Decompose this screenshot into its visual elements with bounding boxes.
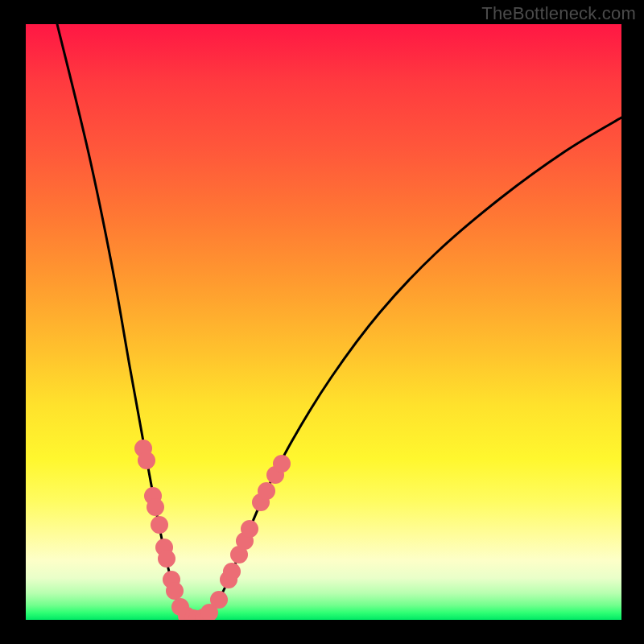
marker-dot bbox=[273, 455, 291, 473]
plot-area bbox=[26, 24, 621, 620]
marker-dot bbox=[241, 520, 258, 538]
curve-left bbox=[57, 24, 197, 620]
chart-frame: TheBottleneck.com bbox=[0, 0, 644, 644]
marker-dot bbox=[210, 591, 228, 609]
marker-dot bbox=[223, 563, 241, 580]
marker-dot bbox=[147, 498, 164, 516]
marker-group bbox=[134, 440, 291, 620]
marker-dot bbox=[151, 516, 168, 534]
marker-dot bbox=[258, 482, 275, 500]
marker-dot bbox=[158, 550, 175, 568]
curve-right bbox=[197, 118, 621, 620]
marker-dot bbox=[166, 582, 184, 600]
watermark: TheBottleneck.com bbox=[481, 3, 636, 24]
curves-svg bbox=[26, 24, 621, 620]
marker-dot bbox=[138, 452, 155, 469]
